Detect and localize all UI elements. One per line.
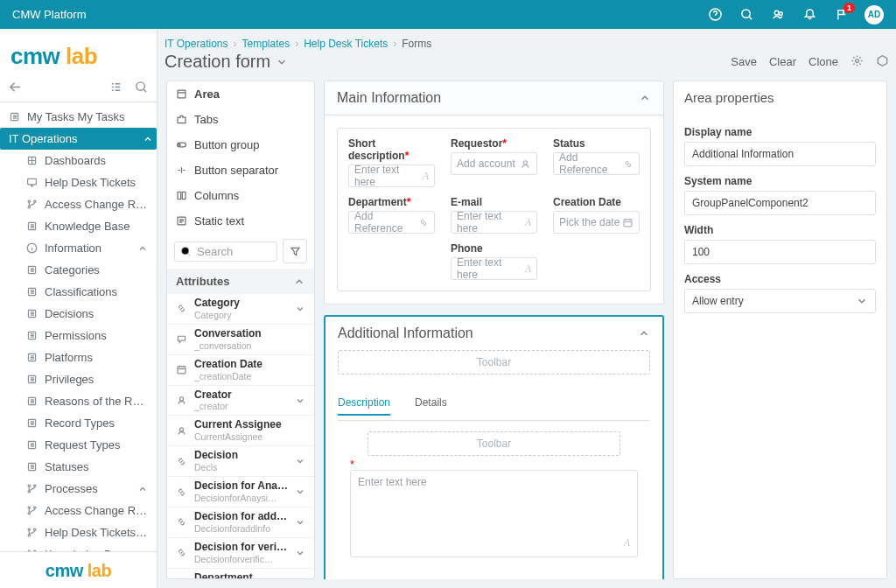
form-field[interactable]: Pick the date (553, 211, 640, 234)
bell-icon[interactable] (802, 7, 817, 23)
sidebar-item[interactable]: Request Types (0, 434, 157, 456)
sidebar-item[interactable]: Statuses (0, 456, 157, 478)
tab-description[interactable]: Description (338, 396, 390, 416)
brand-footer: cmw lab (0, 551, 157, 588)
breadcrumb-link[interactable]: Templates (242, 38, 290, 50)
form-field[interactable]: Enter text hereA (451, 211, 537, 234)
topbar: CMW Platform 1 AD (0, 0, 896, 29)
breadcrumb-link[interactable]: IT Operations (164, 38, 228, 50)
flag-icon[interactable]: 1 (833, 7, 849, 23)
form-field[interactable]: Add Reference (348, 211, 435, 234)
area-title: Additional Information (338, 326, 473, 341)
sidebar-item[interactable]: Decisions (0, 303, 157, 325)
system-name-label: System name (684, 175, 876, 187)
display-name-label: Display name (684, 126, 876, 138)
width-label: Width (684, 224, 876, 236)
palette-item[interactable]: Static text (167, 208, 314, 234)
help-icon[interactable] (707, 7, 723, 23)
attribute-item[interactable]: Creation Date_creationDate (167, 355, 314, 386)
form-field[interactable]: Add Reference (553, 152, 640, 175)
required-star: * (350, 458, 354, 471)
breadcrumb: IT Operations›Templates›Help Desk Ticket… (164, 38, 889, 50)
sidebar-item[interactable]: Knowledge Base (0, 215, 157, 237)
attribute-item[interactable]: CategoryCategory (167, 294, 314, 325)
tabs: Description Details (338, 374, 650, 421)
attribute-item[interactable]: Conversation_conversation (167, 325, 314, 355)
save-button[interactable]: Save (731, 55, 757, 68)
attribute-item[interactable]: Decision for add…Decisionforaddinfo (167, 508, 314, 538)
tab-details[interactable]: Details (415, 396, 447, 415)
sidebar-item[interactable]: Information (0, 237, 157, 259)
page-title[interactable]: Creation form (164, 52, 288, 72)
sidebar-item[interactable]: Help Desk Tickets Pr… (0, 522, 157, 543)
description-textarea[interactable]: Enter text here A (350, 470, 638, 557)
display-name-input[interactable]: Additional Information (684, 142, 876, 166)
sidebar-item[interactable]: Access Change Requ… (0, 500, 157, 522)
toolbar-dropzone-inner[interactable]: Toolbar (368, 431, 620, 456)
sidebar-item[interactable]: Permissions (0, 325, 157, 346)
sidebar-nav: cmw lab My Tasks My TasksIT OperationsDa… (0, 29, 158, 588)
palette-item[interactable]: Button group (167, 132, 314, 158)
attributes-section[interactable]: Attributes (167, 269, 314, 294)
sidebar-item[interactable]: IT Operations (0, 128, 157, 150)
palette-item[interactable]: Area (167, 81, 314, 107)
nav-tools (0, 75, 157, 102)
brand-logo: cmw lab (0, 29, 157, 75)
area-title: Main Information (337, 90, 441, 106)
app-title: CMW Platform (12, 8, 87, 21)
hex-icon[interactable] (876, 54, 889, 70)
sidebar-item[interactable]: My Tasks My Tasks (0, 106, 157, 128)
text-type-icon: A (624, 536, 630, 550)
sidebar-item[interactable]: Classifications (0, 281, 157, 303)
form-field[interactable]: Enter text hereA (348, 164, 435, 187)
attribute-item[interactable]: DepartmentDepartment (167, 569, 314, 578)
clone-button[interactable]: Clone (808, 55, 838, 68)
access-select[interactable]: Allow entry (684, 289, 876, 313)
nav-search-icon[interactable] (135, 80, 148, 96)
palette-search-input[interactable]: Search (174, 242, 277, 262)
sidebar-item[interactable]: Categories (0, 259, 157, 281)
sidebar-item[interactable]: Privileges (0, 368, 157, 390)
system-name-input[interactable]: GroupPanelComponent2 (684, 191, 876, 215)
users-icon[interactable] (770, 7, 786, 23)
properties-panel: Area properties Display name Additional … (673, 80, 887, 579)
sidebar-item[interactable]: Record Types (0, 412, 157, 434)
toolbar-dropzone[interactable]: Toolbar (338, 350, 650, 374)
palette-item[interactable]: Columns (167, 183, 314, 208)
palette-item[interactable]: Tabs (167, 107, 314, 132)
area-additional-information[interactable]: Additional Information Toolbar Descripti… (324, 315, 664, 579)
avatar[interactable]: AD (864, 5, 884, 24)
elements-palette: AreaTabsButton groupButton separatorColu… (166, 80, 315, 579)
settings-icon[interactable] (850, 54, 864, 70)
access-label: Access (684, 273, 876, 285)
form-field[interactable]: Add account (451, 152, 537, 175)
sidebar-item[interactable]: Help Desk Tickets (0, 172, 157, 193)
area-main-information[interactable]: Main Information Short description* Ente… (324, 80, 664, 304)
width-input[interactable]: 100 (684, 240, 876, 264)
nav-back-icon[interactable] (9, 80, 22, 96)
attribute-item[interactable]: Decision for Ana…DecisionforAnaysi… (167, 477, 314, 508)
breadcrumb-link[interactable]: Help Desk Tickets (304, 38, 388, 50)
attribute-item[interactable]: DecisionDecis (167, 446, 314, 477)
palette-item[interactable]: Button separator (167, 158, 314, 183)
attribute-item[interactable]: Creator_creator (167, 386, 314, 416)
attribute-item[interactable]: Decision for veri…Decisionforverific… (167, 538, 314, 569)
nav-list-icon[interactable] (109, 80, 122, 96)
sidebar-item[interactable]: Platforms (0, 346, 157, 368)
form-field[interactable]: Enter text hereA (451, 257, 537, 280)
sidebar-item[interactable]: Dashboards (0, 150, 157, 172)
sidebar-item[interactable]: Knowledge Base Ma… (0, 543, 157, 551)
attribute-item[interactable]: Current AssigneeCurrentAssignee (167, 416, 314, 446)
filter-icon[interactable] (283, 239, 307, 263)
properties-title: Area properties (674, 81, 886, 114)
sidebar-item[interactable]: Reasons of the Requ… (0, 390, 157, 412)
clear-button[interactable]: Clear (769, 55, 796, 68)
sidebar-item[interactable]: Access Change Requests (0, 193, 157, 215)
search-icon[interactable] (738, 7, 754, 23)
sidebar-item[interactable]: Processes (0, 478, 157, 500)
